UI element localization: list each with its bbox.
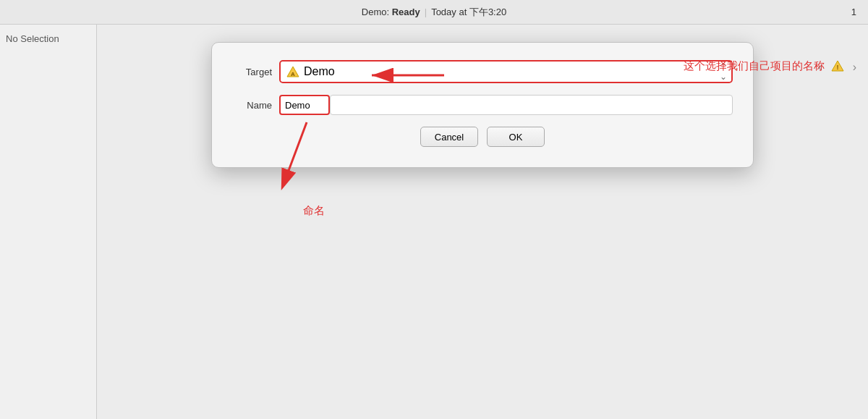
content-area: ‹ ! › Target [97, 25, 868, 419]
target-select-inner: A Demo [281, 62, 731, 82]
left-panel: No Selection [0, 25, 97, 419]
app-icon: A [286, 65, 299, 78]
warning-count: 1 [851, 7, 856, 17]
divider: | [425, 7, 427, 17]
dialog: Target A Demo ⌃⌄ [211, 42, 754, 168]
target-value: Demo [304, 65, 335, 78]
name-value: Demo [285, 100, 310, 111]
dialog-buttons: Cancel OK [232, 127, 733, 147]
warning-badge[interactable]: ! 1 [848, 7, 856, 17]
cancel-button[interactable]: Cancel [420, 127, 478, 147]
target-label: Target [232, 67, 272, 77]
project-name: Demo: Ready [362, 7, 420, 17]
svg-text:A: A [291, 71, 295, 77]
main-area: No Selection ‹ ! › Target [0, 25, 868, 419]
name-text-input[interactable] [330, 95, 733, 115]
name-row: Name Demo [232, 95, 733, 115]
target-select-wrapper[interactable]: A Demo ⌃⌄ [279, 60, 733, 83]
timestamp: Today at 下午3:20 [431, 6, 506, 19]
status-bar: Demo: Ready | Today at 下午3:20 ! 1 [0, 0, 868, 25]
no-selection-label: No Selection [6, 33, 59, 44]
ok-button[interactable]: OK [487, 127, 545, 147]
target-row: Target A Demo ⌃⌄ [232, 60, 733, 83]
status-text: Demo: Ready | Today at 下午3:20 [362, 6, 506, 19]
name-value-box: Demo [279, 95, 330, 115]
name-input-wrapper: Demo [279, 95, 733, 115]
status-label: Ready [392, 7, 420, 17]
dialog-overlay: Target A Demo ⌃⌄ [97, 25, 868, 419]
name-label: Name [232, 100, 272, 111]
